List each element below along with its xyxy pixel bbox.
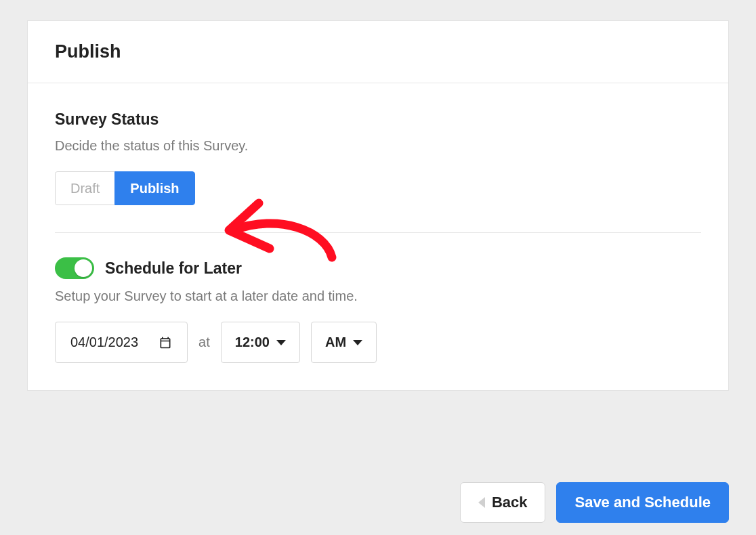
at-label: at [198,335,210,350]
footer-actions: Back Save and Schedule [460,482,729,523]
schedule-datetime-row: 04/01/2023 at 12:00 AM [55,322,701,363]
status-draft-button[interactable]: Draft [55,171,114,205]
time-select[interactable]: 12:00 [221,322,300,363]
chevron-down-icon [276,340,286,345]
section-divider [55,232,701,233]
page-title: Publish [55,41,701,62]
time-value: 12:00 [235,335,270,350]
chevron-down-icon [353,340,362,345]
status-publish-button[interactable]: Publish [114,171,194,205]
chevron-left-icon [478,497,485,508]
survey-status-description: Decide the status of this Survey. [55,138,701,154]
schedule-toggle[interactable] [55,257,94,279]
survey-status-title: Survey Status [55,110,701,129]
back-button-label: Back [492,495,528,510]
back-button[interactable]: Back [460,482,546,523]
meridiem-value: AM [325,335,346,350]
save-and-schedule-button[interactable]: Save and Schedule [556,482,729,523]
schedule-toggle-label: Schedule for Later [105,259,242,278]
publish-panel: Publish Survey Status Decide the status … [27,20,729,391]
status-segmented-control: Draft Publish [55,171,195,205]
meridiem-select[interactable]: AM [311,322,377,363]
schedule-description: Setup your Survey to start at a later da… [55,288,701,304]
toggle-knob [75,259,92,277]
save-button-label: Save and Schedule [574,495,711,510]
date-value: 04/01/2023 [70,335,138,350]
panel-body: Survey Status Decide the status of this … [28,83,728,390]
schedule-toggle-row: Schedule for Later [55,257,701,279]
panel-header: Publish [28,21,728,83]
calendar-icon [159,336,172,349]
date-input[interactable]: 04/01/2023 [55,322,188,363]
